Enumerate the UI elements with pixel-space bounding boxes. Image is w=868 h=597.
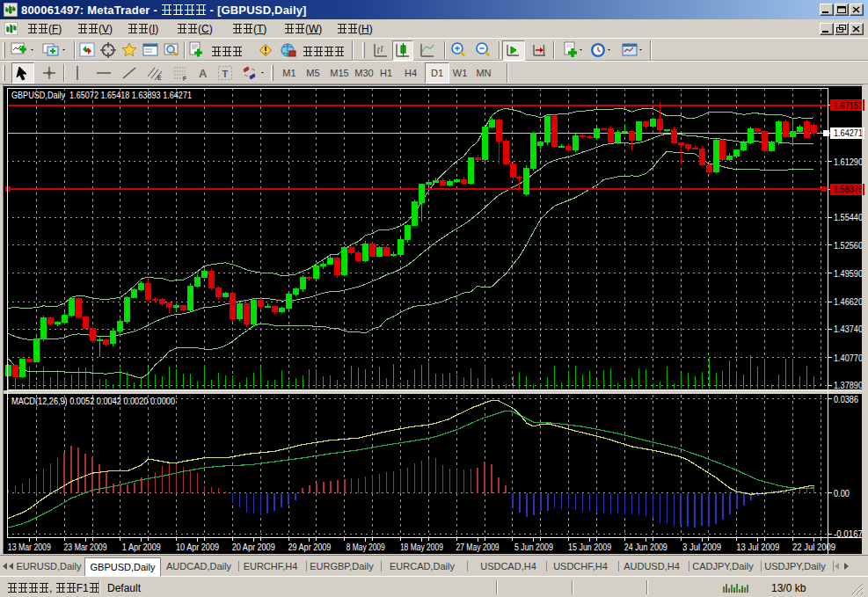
svg-text:1.58375: 1.58375 — [834, 185, 863, 194]
svg-text:T: T — [222, 69, 229, 79]
svg-text:1 Apr 2009: 1 Apr 2009 — [122, 542, 161, 552]
svg-text:0.0386: 0.0386 — [834, 395, 858, 404]
svg-text:1.52560: 1.52560 — [834, 241, 863, 251]
svg-text:23 Mar 2009: 23 Mar 2009 — [64, 542, 107, 552]
svg-text:13 Mar 2009: 13 Mar 2009 — [8, 542, 51, 552]
svg-text:GBPUSD,Daily 1.65072 1.65418: GBPUSD,Daily 1.65072 1.65418 1.63893 1.6… — [11, 90, 192, 100]
svg-text:1.43740: 1.43740 — [834, 324, 863, 334]
svg-text:E: E — [157, 75, 162, 81]
svg-text:1.37890: 1.37890 — [834, 381, 863, 390]
svg-text:5 Jun 2009: 5 Jun 2009 — [514, 542, 553, 552]
svg-text:F: F — [183, 76, 186, 82]
svg-text:8 May 2009: 8 May 2009 — [346, 542, 385, 552]
svg-text:13 Jul 2009: 13 Jul 2009 — [736, 542, 779, 552]
svg-text:18 May 2009: 18 May 2009 — [400, 542, 443, 552]
svg-text:24 Jun 2009: 24 Jun 2009 — [624, 542, 667, 552]
svg-text:0.00: 0.00 — [834, 489, 850, 499]
svg-text:-0.0167: -0.0167 — [834, 529, 863, 539]
svg-text:1.61290: 1.61290 — [834, 157, 863, 167]
svg-text:22 Jul 2009: 22 Jul 2009 — [792, 542, 835, 552]
svg-text:15 Jun 2009: 15 Jun 2009 — [568, 542, 611, 552]
svg-text:1.64271: 1.64271 — [834, 128, 863, 138]
svg-text:29 Apr 2009: 29 Apr 2009 — [288, 542, 331, 552]
svg-text:1.67153: 1.67153 — [834, 101, 863, 111]
svg-text:1.40770: 1.40770 — [834, 353, 863, 363]
svg-text:10 Apr 2009: 10 Apr 2009 — [176, 542, 219, 552]
svg-text:1.49590: 1.49590 — [834, 269, 863, 279]
svg-text:1.55440: 1.55440 — [834, 213, 863, 222]
svg-text:3 Jul 2009: 3 Jul 2009 — [682, 542, 721, 552]
svg-text:20 Apr 2009: 20 Apr 2009 — [232, 542, 275, 552]
svg-text:MACD(12,26,9) 0.0052 0.0042 0.: MACD(12,26,9) 0.0052 0.0042 0.0020 0.000… — [11, 396, 175, 406]
svg-text:27 May 2009: 27 May 2009 — [456, 542, 500, 552]
svg-text:1.46620: 1.46620 — [834, 297, 863, 307]
